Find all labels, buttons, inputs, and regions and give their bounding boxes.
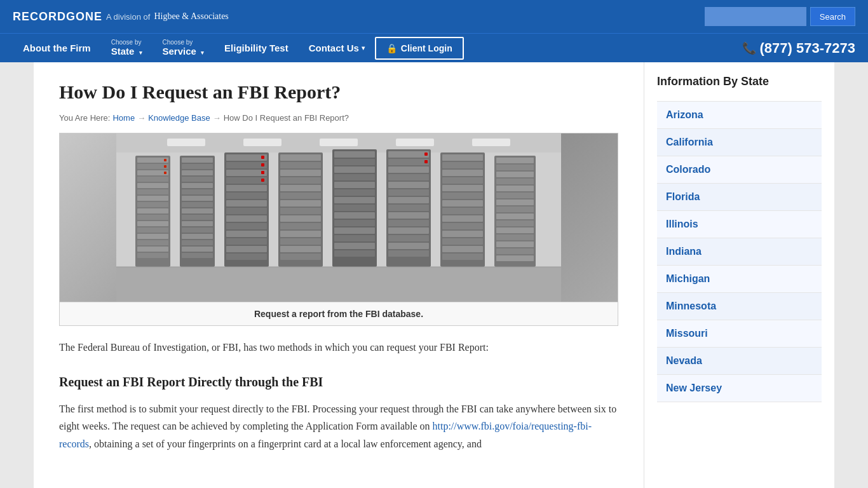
breadcrumb-home[interactable]: Home: [112, 113, 135, 123]
server-room-illustration: [60, 133, 618, 302]
svg-rect-43: [182, 247, 213, 252]
svg-rect-103: [388, 212, 429, 219]
svg-rect-92: [334, 243, 375, 249]
svg-rect-141: [496, 255, 534, 261]
nav-item-client-login[interactable]: 🔒 Client Login: [375, 37, 464, 60]
state-list-item: Minnesota: [657, 293, 822, 320]
phone-display: 📞 (877) 573-7273: [742, 40, 855, 57]
state-link-california[interactable]: California: [657, 129, 822, 156]
state-list-item: Michigan: [657, 266, 822, 293]
svg-rect-29: [182, 158, 213, 163]
svg-rect-25: [164, 159, 166, 161]
svg-rect-4: [243, 139, 281, 146]
svg-rect-100: [388, 189, 429, 196]
nav-item-contact[interactable]: Contact Us ▾: [299, 34, 375, 62]
svg-rect-10: [137, 164, 168, 169]
svg-rect-80: [334, 151, 375, 158]
search-button[interactable]: Search: [810, 7, 855, 26]
state-link-florida[interactable]: Florida: [657, 184, 822, 210]
content-area: How Do I Request an FBI Report? You Are …: [34, 62, 644, 488]
svg-rect-133: [496, 200, 534, 205]
state-link-illinois[interactable]: Illinois: [657, 211, 822, 238]
state-list-item: Missouri: [657, 320, 822, 348]
svg-rect-95: [388, 151, 429, 158]
breadcrumb-current: How Do I Request an FBI Report?: [224, 113, 349, 123]
svg-rect-136: [496, 220, 534, 226]
state-link-michigan[interactable]: Michigan: [657, 266, 822, 292]
state-link-missouri[interactable]: Missouri: [657, 320, 822, 347]
svg-rect-71: [280, 200, 321, 207]
state-link-minnesota[interactable]: Minnesota: [657, 293, 822, 320]
nav-item-state[interactable]: Choose by State ▾: [101, 34, 153, 62]
svg-rect-109: [424, 152, 428, 156]
svg-rect-55: [226, 223, 267, 229]
svg-rect-72: [280, 208, 321, 214]
nav-item-eligibility[interactable]: Eligibility Test: [214, 34, 299, 62]
svg-rect-101: [388, 197, 429, 203]
svg-rect-124: [442, 246, 483, 252]
svg-rect-82: [334, 166, 375, 173]
lock-icon: 🔒: [386, 43, 397, 53]
image-caption: Request a report from the FBI database.: [60, 302, 618, 325]
svg-rect-121: [442, 223, 483, 229]
svg-rect-52: [226, 200, 267, 207]
svg-rect-70: [280, 193, 321, 199]
state-link-indiana[interactable]: Indiana: [657, 238, 822, 265]
service-dropdown-arrow: ▾: [201, 50, 204, 56]
svg-rect-24: [137, 253, 168, 258]
top-bar: RECORDGONE A division of Higbee & Associ…: [0, 0, 868, 33]
choose-service-small: Choose by: [163, 39, 205, 46]
svg-rect-69: [280, 185, 321, 191]
state-link-nevada[interactable]: Nevada: [657, 348, 822, 374]
svg-rect-57: [226, 238, 267, 245]
article-title: How Do I Request an FBI Report?: [59, 81, 618, 103]
svg-rect-93: [334, 250, 375, 257]
svg-rect-123: [442, 238, 483, 245]
svg-rect-47: [226, 162, 267, 168]
main-wrapper: How Do I Request an FBI Report? You Are …: [34, 62, 834, 488]
state-list-item: California: [657, 129, 822, 156]
breadcrumb-knowledge-base[interactable]: Knowledge Base: [148, 113, 210, 123]
svg-rect-51: [226, 193, 267, 199]
nav-bar: About the Firm Choose by State ▾ Choose …: [0, 33, 868, 62]
svg-rect-66: [280, 162, 321, 168]
svg-rect-49: [226, 177, 267, 184]
svg-rect-31: [182, 170, 213, 175]
state-link-new-jersey[interactable]: New Jersey: [657, 375, 822, 402]
svg-rect-119: [442, 208, 483, 214]
search-input[interactable]: [705, 7, 806, 26]
svg-rect-13: [137, 183, 168, 188]
state-link-arizona[interactable]: Arizona: [657, 102, 822, 128]
svg-rect-30: [182, 164, 213, 169]
search-area: Search: [705, 7, 855, 26]
svg-rect-58: [226, 246, 267, 252]
svg-rect-63: [261, 179, 264, 182]
svg-rect-23: [137, 247, 168, 252]
svg-rect-88: [334, 212, 375, 219]
svg-rect-11: [137, 170, 168, 175]
svg-rect-44: [182, 253, 213, 258]
svg-rect-21: [137, 234, 168, 239]
nav-item-about[interactable]: About the Firm: [13, 34, 101, 62]
svg-rect-112: [442, 154, 483, 161]
article-intro: The Federal Bureau of Investigation, or …: [59, 339, 618, 356]
nav-item-service[interactable]: Choose by Service ▾: [153, 34, 215, 62]
svg-rect-68: [280, 177, 321, 184]
breadcrumb: You Are Here: Home → Knowledge Base → Ho…: [59, 113, 618, 123]
svg-rect-106: [388, 235, 429, 241]
svg-rect-42: [182, 240, 213, 245]
logo-area: RECORDGONE A division of Higbee & Associ…: [13, 10, 229, 24]
svg-rect-125: [442, 254, 483, 260]
svg-rect-118: [442, 200, 483, 207]
article-image: [60, 133, 618, 302]
svg-rect-91: [334, 235, 375, 241]
svg-rect-19: [137, 221, 168, 226]
svg-rect-131: [496, 186, 534, 191]
svg-rect-33: [182, 183, 213, 188]
svg-rect-74: [280, 223, 321, 229]
state-link-colorado[interactable]: Colorado: [657, 156, 822, 183]
state-list-item: Nevada: [657, 348, 822, 375]
svg-rect-81: [334, 159, 375, 165]
svg-rect-108: [388, 250, 429, 257]
svg-rect-105: [388, 227, 429, 234]
